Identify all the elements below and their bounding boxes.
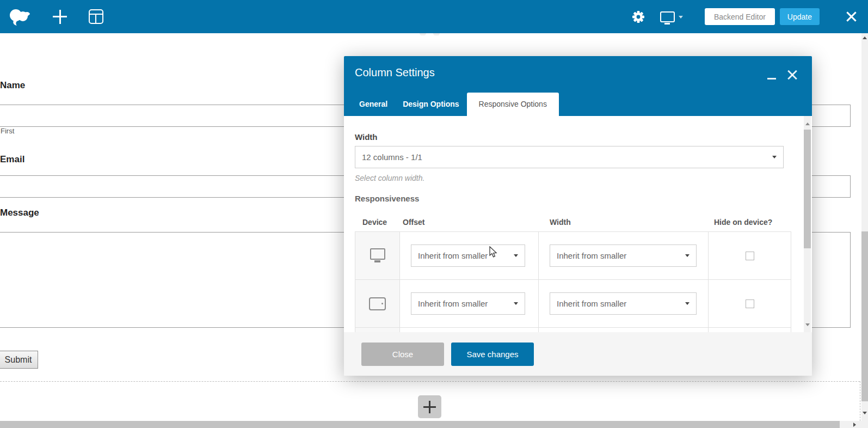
width-select-value: 12 columns - 1/1 xyxy=(362,152,422,162)
tablet-landscape-icon xyxy=(369,297,386,310)
scroll-right-arrow-icon[interactable] xyxy=(853,423,856,427)
device-cell xyxy=(355,328,400,332)
chevron-down-icon xyxy=(772,156,777,158)
modal-title: Column Settings xyxy=(355,66,435,79)
tab-responsive-options[interactable]: Responsive Options xyxy=(467,93,559,116)
message-label: Message xyxy=(0,207,39,218)
table-row-desktop: Inherit from smaller Inherit from smalle… xyxy=(355,232,791,280)
scroll-down-arrow-icon[interactable] xyxy=(863,412,867,414)
backend-editor-button[interactable]: Backend Editor xyxy=(705,8,775,25)
add-element-icon[interactable] xyxy=(53,10,67,24)
modal-footer: Close Save changes xyxy=(344,332,812,376)
save-changes-button[interactable]: Save changes xyxy=(451,343,534,366)
exit-close-icon[interactable] xyxy=(846,11,857,22)
settings-gear-icon[interactable] xyxy=(632,10,645,23)
width-select-value: Inherit from smaller xyxy=(557,299,626,308)
chevron-down-icon xyxy=(514,302,518,305)
responsive-preview-control[interactable] xyxy=(660,11,683,22)
col-header-hide: Hide on device? xyxy=(709,218,791,227)
device-cell xyxy=(355,232,400,279)
chevron-down-icon xyxy=(685,254,690,257)
frontend-editor-topbar: Backend Editor Update xyxy=(0,0,868,33)
offset-select-value: Inherit from smaller xyxy=(418,251,488,260)
caret-down-icon xyxy=(679,16,683,19)
width-cell: Inherit from smaller xyxy=(539,280,709,327)
col-header-device: Device xyxy=(355,218,400,227)
horizontal-scrollbar[interactable] xyxy=(0,421,868,428)
close-icon[interactable] xyxy=(787,69,798,80)
close-button[interactable]: Close xyxy=(361,343,444,366)
first-hint: First xyxy=(1,127,14,135)
topbar-right-group: Backend Editor Update xyxy=(632,8,868,25)
offset-select-value: Inherit from smaller xyxy=(418,299,488,308)
col-header-width: Width xyxy=(539,218,709,227)
tab-general[interactable]: General xyxy=(352,93,395,116)
table-row-tablet: Inherit from smaller Inherit from smalle… xyxy=(355,280,791,328)
chevron-down-icon xyxy=(685,302,690,305)
templates-icon[interactable] xyxy=(89,9,103,24)
hide-cell xyxy=(709,232,791,279)
modal-tabs: General Design Options Responsive Option… xyxy=(352,93,559,116)
hide-cell xyxy=(709,280,791,327)
column-settings-modal: Column Settings General Design Options R… xyxy=(344,56,812,376)
device-cell xyxy=(355,280,400,327)
scroll-down-arrow-icon[interactable] xyxy=(805,323,810,326)
minimize-icon[interactable] xyxy=(767,78,776,80)
modal-header: Column Settings General Design Options R… xyxy=(344,56,812,116)
offset-cell: Inherit from smaller xyxy=(400,232,539,279)
offset-cell: Inherit from smaller xyxy=(400,280,539,327)
modal-body: Width 12 columns - 1/1 Select column wid… xyxy=(344,116,812,332)
width-helper-text: Select column width. xyxy=(355,174,424,182)
width-row-select[interactable]: Inherit from smaller xyxy=(550,244,697,267)
hide-on-device-checkbox[interactable] xyxy=(746,252,754,260)
table-row-clipped xyxy=(355,328,791,332)
row-boundary-dashed-vertical xyxy=(860,381,860,421)
width-cell: Inherit from smaller xyxy=(539,232,709,279)
tab-design-options[interactable]: Design Options xyxy=(395,93,466,116)
responsiveness-table: Inherit from smaller Inherit from smalle… xyxy=(355,231,791,332)
offset-cell xyxy=(400,328,539,332)
row-boundary-dashed xyxy=(0,381,860,382)
offset-select[interactable]: Inherit from smaller xyxy=(411,292,525,315)
modal-scrollbar[interactable] xyxy=(804,116,811,332)
desktop-preview-icon xyxy=(660,11,675,22)
modal-scrollbar-thumb[interactable] xyxy=(804,130,811,248)
width-row-select[interactable]: Inherit from smaller xyxy=(550,292,697,315)
scroll-up-arrow-icon[interactable] xyxy=(863,36,867,39)
vertical-scrollbar[interactable] xyxy=(861,33,868,421)
col-header-offset: Offset xyxy=(400,218,539,227)
width-field-label: Width xyxy=(355,132,378,142)
offset-select[interactable]: Inherit from smaller xyxy=(411,244,525,267)
width-select[interactable]: 12 columns - 1/1 xyxy=(355,146,784,168)
topbar-left-group xyxy=(0,8,103,26)
responsiveness-label: Responsiveness xyxy=(355,194,419,203)
plus-icon[interactable] xyxy=(418,395,441,418)
screen: Backend Editor Update Name First Email M… xyxy=(0,0,868,428)
horizontal-scrollbar-thumb[interactable] xyxy=(0,421,840,428)
hide-cell xyxy=(709,328,791,332)
wpbakery-logo[interactable] xyxy=(8,8,32,26)
update-button[interactable]: Update xyxy=(780,8,820,25)
hide-on-device-checkbox[interactable] xyxy=(746,299,754,308)
name-label: Name xyxy=(0,80,25,91)
desktop-icon xyxy=(370,248,385,260)
width-cell xyxy=(539,328,709,332)
vertical-scrollbar-thumb[interactable] xyxy=(861,231,868,401)
width-select-value: Inherit from smaller xyxy=(557,251,626,260)
chevron-down-icon xyxy=(514,254,518,257)
responsiveness-table-header: Device Offset Width Hide on device? xyxy=(355,212,791,231)
submit-button[interactable]: Submit xyxy=(0,351,38,369)
scroll-up-arrow-icon[interactable] xyxy=(805,123,810,125)
email-label: Email xyxy=(0,154,24,165)
